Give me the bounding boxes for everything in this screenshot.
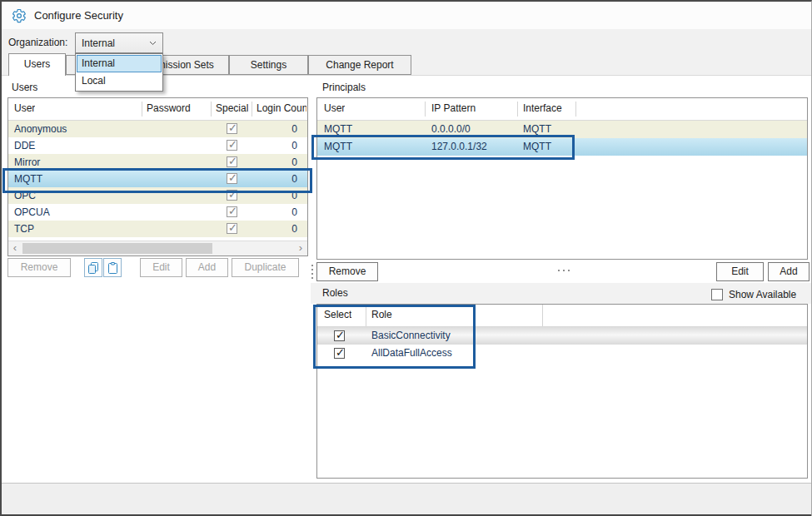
roles-table-header: Select Role	[317, 305, 807, 327]
user-row-mirror[interactable]: Mirror 0	[8, 154, 307, 171]
role-select-checkbox[interactable]	[334, 330, 345, 341]
user-name: OPC	[14, 187, 36, 204]
scroll-left-icon[interactable]: ‹	[8, 241, 22, 255]
scrollbar-thumb[interactable]	[22, 243, 212, 254]
special-checkbox[interactable]	[227, 223, 237, 234]
principals-edit-button[interactable]: Edit	[716, 262, 764, 281]
users-col-login-count[interactable]: Login Count	[257, 98, 306, 119]
role-row-alldatafullaccess[interactable]: AllDataFullAccess	[317, 345, 807, 362]
principals-remove-button[interactable]: Remove	[316, 262, 378, 281]
users-section-label: Users	[12, 82, 37, 94]
principal-row-2[interactable]: MQTT 127.0.0.1/32 MQTT	[317, 138, 807, 156]
user-row-dde[interactable]: DDE 0	[8, 137, 307, 154]
user-row-tcp[interactable]: TCP 0	[8, 221, 307, 237]
principal-ip-pattern: 0.0.0.0/0	[431, 121, 471, 138]
role-name: AllDataFullAccess	[371, 345, 452, 362]
user-row-mqtt[interactable]: MQTT 0	[8, 171, 307, 187]
user-row-opc[interactable]: OPC 0	[8, 187, 307, 204]
organization-label: Organization:	[8, 36, 67, 49]
show-available-label: Show Available	[729, 288, 796, 301]
special-checkbox[interactable]	[227, 140, 237, 151]
login-count: 0	[291, 221, 297, 237]
paste-icon	[107, 262, 118, 274]
users-col-user[interactable]: User	[14, 98, 35, 119]
roles-table: Select Role BasicConnectivity AllDataFul…	[316, 304, 808, 479]
users-add-button[interactable]: Add	[186, 258, 228, 277]
special-checkbox[interactable]	[227, 156, 237, 167]
special-checkbox[interactable]	[227, 123, 237, 134]
principal-ip-pattern: 127.0.0.1/32	[431, 138, 487, 156]
users-col-special[interactable]: Special	[216, 98, 248, 119]
principal-user: MQTT	[324, 121, 352, 138]
paste-button[interactable]	[103, 258, 122, 277]
principals-table-header: User IP Pattern Interface	[317, 98, 807, 121]
principal-user: MQTT	[324, 138, 352, 156]
users-col-password[interactable]: Password	[147, 98, 191, 119]
vertical-splitter[interactable]	[311, 265, 313, 279]
principals-table: User IP Pattern Interface MQTT 0.0.0.0/0…	[316, 97, 808, 260]
login-count: 0	[291, 154, 297, 171]
login-count: 0	[291, 187, 297, 204]
users-table-header: User Password Special Login Count	[8, 98, 307, 121]
role-name: BasicConnectivity	[371, 327, 451, 345]
principals-col-interface[interactable]: Interface	[523, 98, 562, 119]
window-title: Configure Security	[34, 9, 123, 22]
users-table: User Password Special Login Count Anonym…	[7, 97, 308, 256]
scroll-right-icon[interactable]: ›	[294, 241, 307, 255]
users-duplicate-button[interactable]: Duplicate	[232, 258, 299, 277]
dropdown-option-internal[interactable]: Internal	[77, 55, 162, 72]
special-checkbox[interactable]	[227, 173, 237, 184]
role-select-checkbox[interactable]	[334, 348, 345, 359]
login-count: 0	[291, 171, 297, 187]
principals-section-label: Principals	[322, 82, 366, 94]
users-remove-button[interactable]: Remove	[7, 258, 71, 277]
organization-dropdown[interactable]: Internal	[75, 32, 163, 53]
gear-icon	[12, 8, 27, 23]
principals-col-ip-pattern[interactable]: IP Pattern	[431, 98, 476, 119]
user-row-opcua[interactable]: OPCUA 0	[8, 204, 307, 221]
copy-button[interactable]	[84, 258, 102, 277]
tab-settings[interactable]: Settings	[229, 55, 308, 75]
roles-col-role[interactable]: Role	[371, 305, 392, 325]
tab-change-report[interactable]: Change Report	[308, 55, 411, 75]
user-name: MQTT	[14, 171, 42, 187]
tab-users[interactable]: Users	[8, 53, 66, 76]
special-checkbox[interactable]	[227, 190, 237, 201]
user-name: Mirror	[14, 154, 40, 171]
dropdown-option-local[interactable]: Local	[77, 72, 162, 90]
chevron-down-icon	[149, 41, 157, 46]
title-bar: Configure Security	[2, 2, 811, 30]
user-row-anonymous[interactable]: Anonymous 0	[8, 121, 307, 137]
principal-interface: MQTT	[523, 121, 551, 138]
role-row-basicconnectivity[interactable]: BasicConnectivity	[317, 327, 807, 345]
user-name: TCP	[14, 221, 34, 237]
special-checkbox[interactable]	[227, 206, 237, 217]
user-name: DDE	[14, 137, 35, 154]
login-count: 0	[291, 137, 297, 154]
configure-security-window: Configure Security Organization: Interna…	[0, 0, 812, 516]
login-count: 0	[291, 204, 297, 221]
organization-dropdown-list: Internal Local	[75, 53, 163, 92]
users-edit-button[interactable]: Edit	[140, 258, 182, 277]
principal-interface: MQTT	[523, 138, 551, 156]
roles-col-select[interactable]: Select	[324, 305, 351, 325]
copy-icon	[87, 262, 99, 274]
login-count: 0	[291, 121, 297, 137]
principal-row-1[interactable]: MQTT 0.0.0.0/0 MQTT	[317, 121, 807, 138]
horizontal-splitter[interactable]	[558, 270, 570, 271]
principals-col-user[interactable]: User	[324, 98, 345, 119]
users-horizontal-scrollbar[interactable]: ‹ ›	[8, 241, 307, 256]
roles-section-label: Roles	[322, 287, 348, 300]
organization-selected-value: Internal	[82, 37, 115, 49]
user-name: OPCUA	[14, 204, 50, 221]
bottom-bar	[2, 483, 811, 516]
show-available-checkbox[interactable]	[711, 289, 723, 300]
user-name: Anonymous	[14, 121, 67, 137]
principals-add-button[interactable]: Add	[768, 262, 810, 281]
